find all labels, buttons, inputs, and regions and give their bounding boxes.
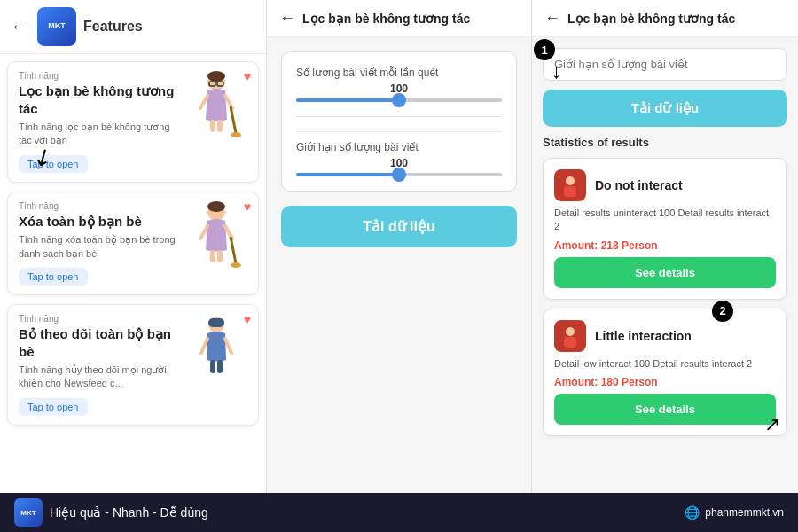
back-button-left[interactable]: ← <box>11 18 27 36</box>
stats-title: Statistics of results <box>543 136 787 149</box>
slider-1-group: Số lượng bài viết mỗi lần quét 100 <box>296 66 502 102</box>
result-icon-1 <box>554 169 586 201</box>
svg-rect-22 <box>210 360 215 373</box>
bottom-bar-left: MKT Hiệu quả - Nhanh - Dễ dùng <box>14 498 208 527</box>
result-card-2-name: Little interaction <box>595 329 692 343</box>
left-header: ← MKT Features <box>0 0 266 54</box>
slider-2-group: Giới hạn số lượng bài viết 100 <box>296 131 502 176</box>
svg-rect-29 <box>564 337 576 348</box>
feature-desc-3: Tính năng hủy theo dõi mọi người, khiến … <box>19 364 176 391</box>
right-panel-header: ← Lọc bạn bè không tương tác <box>532 0 798 37</box>
middle-panel: ← Lọc bạn bè không tương tác Số lượng bà… <box>266 0 532 493</box>
left-header-title: Features <box>83 19 143 35</box>
feature-tag-2: Tính năng <box>19 201 176 211</box>
right-panel-title: Lọc bạn bè không tương tác <box>567 12 735 26</box>
slider-1-track[interactable] <box>296 98 502 102</box>
result-card-1-top: Do not interact <box>554 169 776 201</box>
svg-line-12 <box>200 226 207 239</box>
svg-point-7 <box>231 132 241 137</box>
middle-panel-header: ← Lọc bạn bè không tương tác <box>267 0 531 37</box>
slider-2-label: Giới hạn số lượng bài viết <box>296 141 502 153</box>
middle-panel-body: Số lượng bài viết mỗi lần quét 100 Giới … <box>267 37 531 493</box>
left-panel: ← MKT Features Tính năng Lọc bạn bè khôn… <box>0 0 266 493</box>
globe-icon: 🌐 <box>685 505 700 520</box>
svg-rect-26 <box>564 186 576 197</box>
annotation-badge-1: 1 <box>534 39 555 60</box>
svg-rect-16 <box>210 250 215 262</box>
svg-point-28 <box>566 327 575 336</box>
result-card-2: 2 Little interaction Detail low interact… <box>543 309 787 436</box>
middle-panel-title: Lọc bạn bè không tương tác <box>302 12 470 26</box>
feature-title-1: Lọc bạn bè không tương tác <box>19 82 176 117</box>
feature-tag-3: Tính năng <box>19 314 176 324</box>
slider-1-fill <box>296 98 399 102</box>
svg-line-20 <box>201 339 207 353</box>
heart-icon-3: ♥ <box>244 312 251 326</box>
see-details-btn-2[interactable]: See details <box>554 394 776 425</box>
slider-2-fill <box>296 173 399 176</box>
result-icon-2 <box>554 320 586 352</box>
result-card-2-detail: Detail low interact 100 Detail results i… <box>554 357 776 371</box>
svg-point-1 <box>207 71 225 82</box>
slider-divider <box>296 116 502 117</box>
mkt-logo: MKT <box>37 7 76 46</box>
feature-card-2-image <box>185 201 247 272</box>
result-card-2-amount: Amount: 180 Person <box>554 376 776 388</box>
svg-rect-17 <box>217 250 223 262</box>
svg-line-14 <box>231 237 236 263</box>
load-data-button-right[interactable]: Tải dữ liệu <box>543 90 787 127</box>
svg-rect-23 <box>217 360 223 373</box>
heart-icon-2: ♥ <box>244 200 251 214</box>
svg-point-11 <box>207 201 225 212</box>
bottom-logo: MKT <box>14 498 43 527</box>
slider-1-thumb[interactable] <box>392 93 406 107</box>
result-card-1-name: Do not interact <box>595 178 683 192</box>
right-panel-wrapper: ← Lọc bạn bè không tương tác 1 ↓ Tải dữ … <box>532 0 798 493</box>
see-details-btn-1[interactable]: See details <box>554 257 776 288</box>
slider-1-label: Số lượng bài viết mỗi lần quét <box>296 66 502 79</box>
feature-card-2[interactable]: Tính năng Xóa toàn bộ bạn bè Tính năng x… <box>7 192 259 295</box>
svg-rect-19 <box>208 318 224 327</box>
result-card-1-amount: Amount: 218 Person <box>554 239 776 252</box>
feature-card-1-image <box>185 71 247 142</box>
input-section: 1 ↓ <box>543 48 787 81</box>
svg-line-21 <box>225 339 231 353</box>
feature-cards-list: Tính năng Lọc bạn bè không tương tác Tín… <box>0 54 266 493</box>
svg-rect-9 <box>217 120 223 132</box>
annotation-badge-2: 2 <box>712 301 733 322</box>
website-text: phanmemmkt.vn <box>705 506 784 519</box>
annotation-arrow-2: ↗ <box>764 413 780 436</box>
feature-tag-1: Tính năng <box>19 71 176 81</box>
right-panel: ← Lọc bạn bè không tương tác 1 ↓ Tải dữ … <box>532 0 798 493</box>
bottom-tagline: Hiệu quả - Nhanh - Dễ dùng <box>50 505 208 520</box>
svg-line-6 <box>231 106 236 133</box>
slider-2-track[interactable] <box>296 173 502 176</box>
feature-card-2-content: Tính năng Xóa toàn bộ bạn bè Tính năng x… <box>19 201 185 286</box>
feature-card-1[interactable]: Tính năng Lọc bạn bè không tương tác Tín… <box>7 61 259 183</box>
feature-card-3[interactable]: Tính năng Bỏ theo dõi toàn bộ bạn bè Tín… <box>7 304 259 426</box>
bottom-bar: MKT Hiệu quả - Nhanh - Dễ dùng 🌐 phanmem… <box>0 493 798 532</box>
back-button-right[interactable]: ← <box>544 9 560 27</box>
slider-section: Số lượng bài viết mỗi lần quét 100 Giới … <box>281 51 517 192</box>
slider-2-thumb[interactable] <box>392 168 406 182</box>
svg-point-15 <box>231 262 241 268</box>
result-card-1-detail: Detail results uninteract 100 Detail res… <box>554 207 776 234</box>
svg-point-25 <box>566 176 575 185</box>
result-card-2-top: Little interaction <box>554 320 776 352</box>
feature-title-2: Xóa toàn bộ bạn bè <box>19 213 176 231</box>
svg-rect-8 <box>210 120 215 132</box>
load-data-button-middle[interactable]: Tải dữ liệu <box>281 206 517 247</box>
svg-line-4 <box>200 96 207 108</box>
back-button-middle[interactable]: ← <box>279 9 295 27</box>
feature-title-3: Bỏ theo dõi toàn bộ bạn bè <box>19 325 176 360</box>
bottom-right: 🌐 phanmemmkt.vn <box>685 505 784 520</box>
feature-desc-2: Tính năng xóa toàn bộ bạn bè trong danh … <box>19 233 176 261</box>
feature-card-3-image <box>185 314 247 385</box>
tap-open-btn-3[interactable]: Tap to open <box>19 398 88 416</box>
annotation-arrow-1: ↓ <box>552 60 561 83</box>
feature-card-3-content: Tính năng Bỏ theo dõi toàn bộ bạn bè Tín… <box>19 314 185 416</box>
tap-open-btn-2[interactable]: Tap to open <box>19 268 88 286</box>
post-limit-input[interactable] <box>543 48 787 81</box>
heart-icon-1: ♥ <box>244 69 251 83</box>
result-card-1: Do not interact Detail results uninterac… <box>543 158 787 300</box>
